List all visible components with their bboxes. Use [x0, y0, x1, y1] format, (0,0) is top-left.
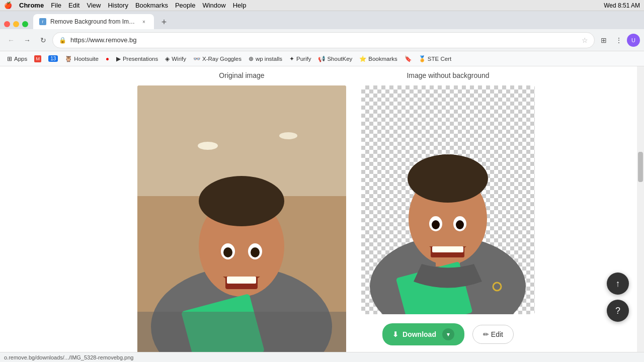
svg-rect-15 — [137, 312, 346, 352]
gmail-icon: M — [34, 55, 41, 62]
more-options-btn[interactable]: ⋮ — [612, 33, 626, 47]
tab-label: Remove Background from Ima... — [50, 18, 136, 25]
badge-icon: 13 — [48, 55, 58, 62]
up-arrow-icon: ↑ — [616, 279, 620, 289]
original-photo-svg — [137, 85, 346, 352]
bookmark-ste[interactable]: 🏅STE Cert — [416, 53, 454, 64]
presentations-icon: ▶ — [116, 55, 121, 62]
scrollbar-thumb[interactable] — [638, 152, 643, 182]
back-btn[interactable]: ← — [4, 33, 18, 47]
nav-bar: ← → ↻ 🔒 https://www.remove.bg ☆ ⊞ ⋮ U — [0, 29, 644, 51]
status-bar: o.remove.bg/downloads/.../IMG_5328-remov… — [0, 352, 644, 362]
tab-bar: r Remove Background from Ima... × + — [0, 11, 644, 29]
active-tab[interactable]: r Remove Background from Ima... × — [33, 14, 154, 29]
right-gutter — [637, 66, 644, 352]
bookmark-misc1[interactable]: 🔖 — [401, 53, 415, 64]
original-label: Original image — [219, 71, 264, 79]
menu-bookmarks[interactable]: Bookmarks — [135, 2, 168, 9]
download-dropdown-arrow[interactable]: ▾ — [442, 328, 454, 340]
fab-group: ↑ ? — [607, 273, 629, 322]
edit-label: ✏ Edit — [483, 330, 503, 338]
processed-photo-svg — [361, 85, 535, 314]
address-bar[interactable]: 🔒 https://www.remove.bg ☆ — [52, 32, 595, 48]
help-fab[interactable]: ? — [607, 300, 629, 322]
action-row: ⬇ Download ▾ ✏ Edit — [382, 323, 514, 345]
menu-view[interactable]: View — [87, 2, 101, 9]
left-gutter — [0, 66, 35, 352]
bookmark-red[interactable]: ● — [103, 53, 112, 64]
purify-icon: ✦ — [289, 55, 294, 62]
macos-menubar: 🍎 Chrome File Edit View History Bookmark… — [0, 0, 644, 11]
chrome-window: r Remove Background from Ima... × + ← → … — [0, 11, 644, 362]
bookmark-hootsuite[interactable]: 🦉Hootsuite — [62, 53, 102, 64]
url-text: https://www.remove.bg — [70, 36, 578, 44]
profile-avatar[interactable]: U — [627, 34, 640, 47]
svg-point-7 — [199, 176, 284, 226]
apps-icon: ⊞ — [7, 55, 12, 62]
download-button[interactable]: ⬇ Download ▾ — [382, 323, 464, 345]
bookmark-apps[interactable]: ⊞Apps — [4, 53, 30, 64]
lock-icon: 🔒 — [59, 37, 66, 44]
red-dot-icon: ● — [106, 56, 109, 62]
apple-menu[interactable]: 🍎 — [4, 2, 12, 9]
bookmark-bookmarks[interactable]: ⭐Bookmarks — [356, 53, 400, 64]
svg-rect-13 — [227, 277, 256, 284]
close-window-btn[interactable] — [4, 21, 10, 27]
tab-favicon: r — [39, 18, 46, 25]
ste-icon: 🏅 — [419, 55, 426, 62]
menu-items: Chrome File Edit View History Bookmarks … — [19, 2, 246, 9]
extensions-btn[interactable]: ⊞ — [597, 33, 611, 47]
tab-close-btn[interactable]: × — [140, 18, 148, 26]
bookmark-gmail[interactable]: M — [31, 53, 44, 64]
bookmark-wirify[interactable]: ◈Wirify — [162, 53, 189, 64]
scrollbar-track[interactable] — [637, 66, 644, 352]
svg-point-2 — [198, 142, 218, 150]
svg-point-3 — [279, 132, 297, 139]
bookmark-star-icon[interactable]: ☆ — [582, 36, 588, 44]
forward-btn[interactable]: → — [20, 33, 34, 47]
misc1-icon: 🔖 — [405, 55, 412, 62]
processed-image-section: Image without background — [361, 71, 535, 352]
download-icon: ⬇ — [392, 330, 398, 338]
svg-point-23 — [456, 220, 464, 229]
status-url: o.remove.bg/downloads/.../IMG_5328-remov… — [4, 354, 133, 360]
edit-button[interactable]: ✏ Edit — [472, 325, 514, 344]
refresh-btn[interactable]: ↻ — [36, 33, 50, 47]
hootsuite-icon: 🦉 — [65, 55, 72, 62]
menu-chrome[interactable]: Chrome — [19, 2, 44, 9]
bookmark-shoutkey[interactable]: 📢ShoutKey — [315, 53, 355, 64]
menu-people[interactable]: People — [175, 2, 195, 9]
bookmark-xray[interactable]: 👓X-Ray Goggles — [190, 53, 245, 64]
maximize-window-btn[interactable] — [22, 21, 28, 27]
svg-point-10 — [223, 247, 232, 257]
menu-history[interactable]: History — [108, 2, 128, 9]
bookmarks-bar: ⊞Apps M 13 🦉Hootsuite ● ▶Presentations ◈… — [0, 51, 644, 66]
download-label: Download — [403, 330, 436, 338]
bookmarks-star-icon: ⭐ — [359, 55, 366, 62]
wp-icon: ⊕ — [249, 55, 254, 62]
xray-icon: 👓 — [193, 55, 200, 62]
new-tab-btn[interactable]: + — [157, 15, 171, 29]
question-icon: ? — [615, 306, 620, 316]
processed-image — [361, 85, 535, 314]
svg-point-19 — [408, 154, 488, 203]
page-content: Original image — [35, 66, 637, 352]
menu-help[interactable]: Help — [233, 2, 247, 9]
scroll-up-fab[interactable]: ↑ — [607, 273, 629, 295]
original-image-section: Original image — [137, 71, 346, 352]
processed-label: Image without background — [407, 71, 489, 79]
bookmark-purify[interactable]: ✦Purify — [286, 53, 314, 64]
images-row: Original image — [45, 71, 627, 352]
svg-point-22 — [432, 220, 440, 229]
content-area: Original image — [0, 66, 644, 352]
minimize-window-btn[interactable] — [13, 21, 19, 27]
shoutkey-icon: 📢 — [318, 55, 325, 62]
menu-file[interactable]: File — [51, 2, 61, 9]
menu-edit[interactable]: Edit — [68, 2, 79, 9]
menu-time: Wed 8:51 AM — [604, 2, 640, 9]
original-image — [137, 85, 346, 352]
bookmark-wp[interactable]: ⊕wp installs — [246, 53, 285, 64]
bookmark-badge[interactable]: 13 — [45, 53, 61, 64]
menu-window[interactable]: Window — [202, 2, 225, 9]
bookmark-presentations[interactable]: ▶Presentations — [113, 53, 161, 64]
